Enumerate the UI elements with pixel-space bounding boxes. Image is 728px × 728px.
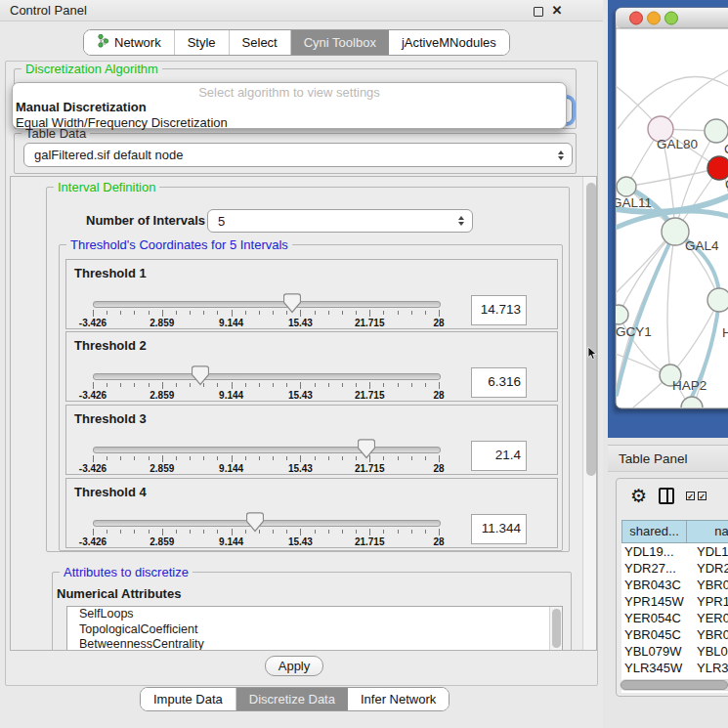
threshold-4-row: Threshold 4 -3.4262.8599.14415.4321.7152…: [65, 478, 558, 548]
tick-label: 15.43: [271, 390, 329, 401]
tick-label: 21.715: [340, 390, 399, 401]
threshold-value-field[interactable]: 21.4: [471, 441, 527, 471]
tab-label: Select: [242, 35, 278, 50]
attribute-list-item[interactable]: TopologicalCoefficient: [67, 622, 562, 638]
tick-label: 9.144: [202, 390, 261, 401]
list-scrollbar-thumb[interactable]: [552, 609, 561, 648]
tick-label: 2.859: [133, 318, 192, 328]
tab-cyni-toolbox[interactable]: Cyni Toolbox: [291, 30, 389, 55]
table-cell-name[interactable]: YBR0: [687, 626, 728, 643]
slider-handle[interactable]: [246, 512, 264, 533]
table-cell-name[interactable]: YBL0: [687, 643, 728, 660]
tick-label: 9.144: [202, 463, 261, 474]
apply-button[interactable]: Apply: [265, 656, 323, 676]
tick-label: 2.859: [133, 536, 192, 547]
tab-label: jActiveMNodules: [402, 35, 496, 50]
select-all-checkbox[interactable]: ✓: [686, 492, 695, 500]
attributes-group: Attributes to discretize Numerical Attri…: [52, 572, 572, 651]
tick-label: 15.43: [271, 463, 329, 474]
tick-label: 21.715: [340, 536, 399, 547]
settings-scrollbar-thumb[interactable]: [586, 183, 596, 476]
table-gear-button[interactable]: ⚙: [630, 487, 647, 506]
table-cell-shared[interactable]: YDL19...: [621, 543, 687, 560]
table-cell-shared[interactable]: YBL079W: [621, 643, 687, 660]
control-panel-title: Control Panel: [10, 3, 87, 18]
table-cell-shared[interactable]: YBR045C: [621, 626, 687, 643]
table-cell-shared[interactable]: YLR345W: [621, 660, 687, 676]
bottom-tab-bar: Impute DataDiscretize DataInfer Network: [140, 687, 450, 711]
threshold-value-field[interactable]: 14.713: [471, 295, 527, 325]
window-minimize-icon[interactable]: [648, 12, 661, 24]
dropdown-option-manual[interactable]: Manual Discretization: [13, 100, 566, 115]
float-window-button[interactable]: [534, 7, 543, 17]
threshold-slider-track[interactable]: [93, 520, 441, 527]
combo-stepper-icon: [558, 150, 564, 160]
threshold-label: Threshold 2: [74, 338, 147, 353]
threshold-slider-track[interactable]: [93, 301, 441, 308]
column-header-shared[interactable]: shared...: [621, 520, 687, 543]
thresholds-group-label: Threshold's Coordinates for 5 Intervals: [66, 237, 292, 252]
tick-label: 15.43: [271, 318, 329, 328]
number-of-intervals-combobox[interactable]: 5: [207, 209, 473, 233]
threshold-value-field[interactable]: 6.316: [471, 367, 527, 398]
tab-jactivemnodules[interactable]: jActiveMNodules: [389, 30, 509, 55]
threshold-slider-track[interactable]: [93, 373, 441, 380]
table-cell-name[interactable]: YPR1: [687, 593, 728, 610]
network-node-gal11[interactable]: [617, 177, 636, 196]
tab-infer-network[interactable]: Infer Network: [348, 688, 449, 710]
window-close-icon[interactable]: [630, 12, 643, 24]
settings-scroll-pane: Interval Definition Number of Intervals …: [10, 176, 597, 651]
slider-handle[interactable]: [283, 293, 301, 314]
slider-handle[interactable]: [192, 365, 209, 386]
threshold-label: Threshold 1: [74, 266, 147, 280]
tab-discretize-data[interactable]: Discretize Data: [236, 688, 348, 710]
attribute-list-item[interactable]: BetweennessCentrality: [67, 637, 562, 651]
table-panel-titlebar: Table Panel: [608, 445, 728, 472]
network-node-h-node[interactable]: [707, 288, 728, 312]
tick-label: 2.859: [133, 463, 192, 474]
window-zoom-icon[interactable]: [665, 12, 678, 24]
number-of-intervals-label: Number of Intervals: [86, 213, 205, 228]
network-view[interactable]: GAL80GACGAL11GAL4GCY1HHAP2: [608, 0, 728, 438]
tab-select[interactable]: Select: [230, 30, 291, 55]
tab-label: Discretize Data: [249, 692, 335, 707]
table-cell-name[interactable]: YLR3: [687, 660, 728, 676]
list-scrollbar[interactable]: [549, 607, 562, 651]
table-horizontal-scrollbar[interactable]: [620, 679, 728, 691]
table-cell-name[interactable]: YDR2: [687, 560, 728, 577]
settings-scrollbar[interactable]: [582, 177, 597, 651]
table-cell-shared[interactable]: YPR145W: [621, 593, 687, 610]
split-columns-button[interactable]: [659, 488, 674, 504]
tick-label: 21.715: [340, 463, 399, 474]
attribute-list-item[interactable]: SelfLoops: [67, 607, 562, 622]
network-node-label: GAL4: [685, 238, 719, 253]
network-node-gal80-neighbor[interactable]: [705, 119, 728, 143]
tick-label: -3.426: [64, 463, 122, 474]
tab-network[interactable]: Network: [84, 30, 175, 55]
table-cell-shared[interactable]: YER054C: [621, 610, 687, 626]
threshold-1-row: Threshold 1 -3.4262.8599.14415.4321.7152…: [65, 259, 558, 329]
threshold-slider-track[interactable]: [93, 447, 441, 453]
column-header-name[interactable]: name: [687, 520, 728, 543]
table-cell-name[interactable]: YER0: [687, 610, 728, 626]
table-cell-shared[interactable]: YDR27...: [621, 560, 687, 577]
threshold-value-field[interactable]: 11.344: [471, 514, 527, 544]
dropdown-placeholder-option[interactable]: Select algorithm to view settings: [13, 85, 566, 100]
discretization-algorithm-label: Discretization Algorithm: [21, 62, 162, 76]
tick-label: 2.859: [133, 390, 192, 401]
table-cell-name[interactable]: YDL1: [687, 543, 728, 560]
numerical-attributes-list[interactable]: SelfLoopsTopologicalCoefficientBetweenne…: [66, 606, 563, 651]
table-scrollbar-thumb[interactable]: [621, 680, 728, 690]
slider-handle[interactable]: [358, 439, 375, 459]
table-data-combobox[interactable]: galFiltered.sif default node: [23, 143, 573, 167]
table-cell-shared[interactable]: YBR043C: [621, 577, 687, 593]
checkbox-icon: ✓: [687, 492, 694, 501]
close-panel-button[interactable]: ✕: [550, 3, 564, 19]
dropdown-option-equal-width[interactable]: Equal Width/Frequency Discretization: [13, 115, 566, 131]
table-cell-name[interactable]: YBR0: [687, 577, 728, 593]
select-none-checkbox[interactable]: ✓: [698, 492, 707, 500]
tab-impute-data[interactable]: Impute Data: [141, 688, 236, 710]
tab-style[interactable]: Style: [175, 30, 230, 55]
tick-label: -3.426: [64, 318, 122, 328]
threshold-2-row: Threshold 2 -3.4262.8599.14415.4321.7152…: [65, 331, 558, 402]
